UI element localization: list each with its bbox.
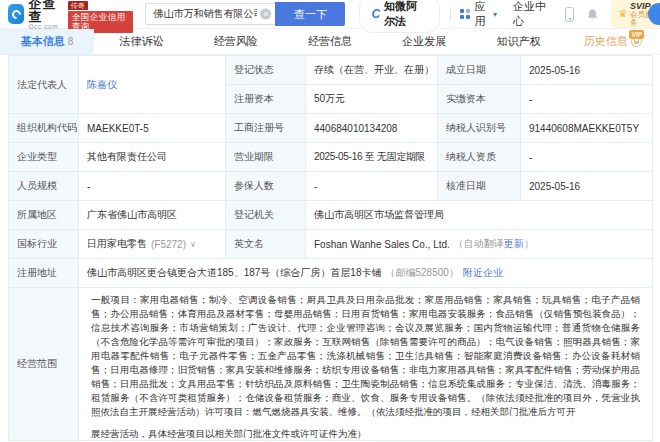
tab-company-development[interactable]: 企业发展	[377, 29, 471, 54]
mobile-app-icon[interactable]	[565, 7, 574, 22]
tab-bar: 基本信息 8 法律诉讼 经营风险 经营信息 企业发展 知识产权 历史信息 VIP	[0, 29, 660, 55]
tab-history-info[interactable]: 历史信息 VIP	[566, 29, 660, 54]
tab-basic-info[interactable]: 基本信息 8	[0, 29, 94, 54]
en-name-text: Foshan Wanhe Sales Co., Ltd.	[314, 239, 450, 250]
nearby-companies-link[interactable]: 附近企业	[463, 266, 503, 280]
industry-name: 日用家电零售	[87, 237, 147, 251]
enterprise-center-link[interactable]: 企业中心	[513, 0, 550, 29]
divider	[450, 7, 451, 21]
taxpayer-quality-label: 纳税人资质	[438, 143, 521, 172]
reg-authority-value: 佛山市高明区市场监督管理局	[306, 201, 653, 230]
staff-size-value: -	[79, 172, 226, 201]
notification-bell-icon[interactable]	[586, 8, 599, 21]
tab-label: 知识产权	[497, 34, 541, 49]
approval-date-value: 2025-05-16	[521, 172, 653, 201]
scope-text-part1: 一般项目：家用电器销售；制冷、空调设备销售；厨具卫具及日用杂品批发；家居用品销售…	[91, 293, 640, 419]
logo-text: 企查查 Qcc.com	[28, 0, 62, 31]
tab-operation-risk[interactable]: 经营风险	[189, 29, 283, 54]
legal-rep-link[interactable]: 陈嘉仪	[87, 78, 117, 92]
company-type-value: 其他有限责任公司	[79, 143, 226, 172]
scope-text-part2: 展经营活动，具体经营项目以相关部门批准文件或许可证件为准）	[91, 427, 640, 441]
apps-menu[interactable]: 应用 ▾	[460, 0, 497, 29]
company-type-label: 企业类型	[9, 143, 79, 172]
tab-label: 企业发展	[402, 34, 446, 49]
taxpayer-id-value: 91440608MAEKKE0T5Y	[521, 114, 653, 143]
apps-grid-icon	[460, 9, 470, 19]
apps-label: 应用	[474, 0, 489, 29]
scope-value: 一般项目：家用电器销售；制冷、空调设备销售；厨具卫具及日用杂品批发；家居用品销售…	[79, 288, 653, 441]
en-name-note-suffix: ）	[524, 237, 534, 251]
address-text: 佛山市高明区更合镇更合大道185、187号（综合厂房）首层18卡铺	[87, 266, 382, 280]
search-input[interactable]	[145, 3, 275, 25]
tab-label: 法律诉讼	[119, 34, 163, 49]
tab-label: 基本信息	[21, 34, 65, 49]
approval-date-label: 核准日期	[438, 172, 521, 201]
search-button[interactable]: 查一下	[275, 2, 345, 26]
region-value: 广东省佛山市高明区	[79, 201, 226, 230]
paid-capital-value: -	[521, 85, 653, 114]
zhiwei-label: 知微阿尔法	[384, 0, 428, 29]
company-info-table: 法定代表人 陈嘉仪 登记状态 存续（在营、开业、在册） 成立日期 2025-05…	[8, 55, 652, 441]
logo-tag: 传奇	[68, 1, 88, 10]
address-zip: （邮编528500）	[386, 266, 459, 280]
search-bar: × 查一下	[145, 2, 345, 26]
en-name-note-prefix: （自动翻译	[454, 237, 504, 251]
tab-operation-info[interactable]: 经营信息	[283, 29, 377, 54]
reg-authority-label: 登记机关	[226, 201, 306, 230]
address-label: 注册地址	[9, 259, 79, 288]
taxpayer-id-label: 纳税人识别号	[438, 114, 521, 143]
en-name-value: Foshan Wanhe Sales Co., Ltd. （自动翻译 更新 ）	[306, 230, 653, 259]
establish-date-label: 成立日期	[438, 56, 521, 85]
insured-count-value: -	[306, 172, 438, 201]
industry-code: (F5272)	[151, 239, 186, 250]
address-value: 佛山市高明区更合镇更合大道185、187号（综合厂房）首层18卡铺 （邮编528…	[79, 259, 653, 288]
chevron-down-icon: ▾	[493, 10, 497, 19]
tab-label: 经营风险	[214, 34, 258, 49]
en-name-label: 英文名	[226, 230, 306, 259]
reg-status-value: 存续（在营、开业、在册）	[306, 56, 438, 85]
top-header: 企查查 Qcc.com 传奇 全国企业信用查询 × 查一下 C 知微阿尔法 应用…	[0, 0, 660, 29]
biz-reg-no-label: 工商注册号	[226, 114, 306, 143]
logo-title: 企查查	[28, 0, 62, 23]
biz-reg-no-value: 440684010134208	[306, 114, 438, 143]
zhiwei-logo-icon: C	[371, 8, 380, 20]
clear-icon[interactable]: ×	[260, 9, 271, 20]
region-label: 所属地区	[9, 201, 79, 230]
taxpayer-quality-value: -	[521, 143, 653, 172]
insured-count-label: 参保人数	[226, 172, 306, 201]
qcc-logo-icon	[8, 4, 24, 24]
tab-label: 经营信息	[308, 34, 352, 49]
scope-label: 经营范围	[9, 288, 79, 441]
industry-value: 日用家电零售 (F5272) ∨	[79, 230, 226, 259]
industry-label: 国标行业	[9, 230, 79, 259]
reg-status-label: 登记状态	[226, 56, 306, 85]
establish-date-value: 2025-05-16	[521, 56, 653, 85]
reg-capital-value: 50万元	[306, 85, 438, 114]
staff-size-label: 人员规模	[9, 172, 79, 201]
tab-label: 历史信息	[584, 34, 628, 49]
org-code-value: MAEKKE0T-5	[79, 114, 226, 143]
legal-rep-value: 陈嘉仪	[79, 56, 226, 114]
crown-icon: ♛	[618, 9, 627, 19]
biz-term-label: 营业期限	[226, 143, 306, 172]
tab-legal-litigation[interactable]: 法律诉讼	[94, 29, 188, 54]
paid-capital-label: 实缴资本	[438, 85, 521, 114]
biz-term-value: 2025-05-16 至 无固定期限	[306, 143, 438, 172]
tab-count: 8	[68, 36, 74, 47]
legal-rep-label: 法定代表人	[9, 56, 79, 114]
reg-capital-label: 注册资本	[226, 85, 306, 114]
tab-intellectual-property[interactable]: 知识产权	[471, 29, 565, 54]
org-code-label: 组织机构代码	[9, 114, 79, 143]
industry-expand-icon[interactable]: ∨	[190, 240, 196, 249]
en-name-update-link[interactable]: 更新	[504, 237, 524, 251]
